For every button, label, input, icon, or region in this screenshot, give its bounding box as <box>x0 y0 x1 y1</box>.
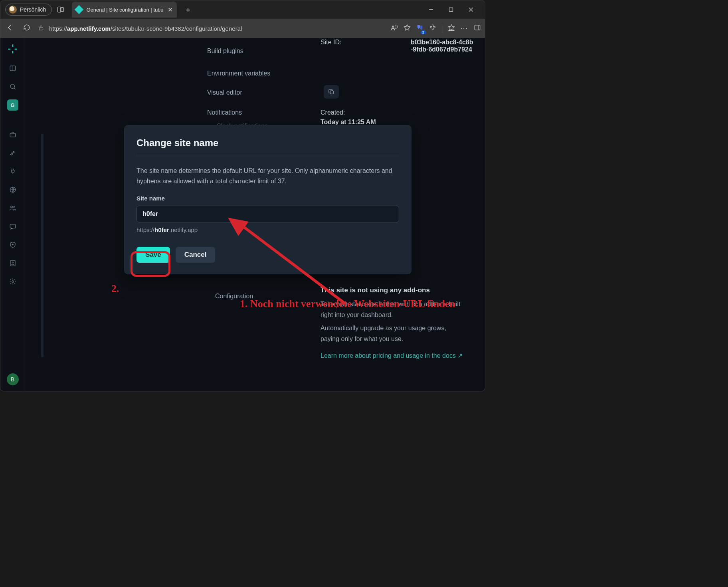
nav-visual-editor[interactable]: Visual editor <box>207 89 242 96</box>
nav-notifications[interactable]: Notifications <box>207 109 242 116</box>
browser-window: Persönlich General | Site configuration … <box>0 0 485 391</box>
url-text: https://app.netlify.com/sites/tubular-sc… <box>49 25 242 32</box>
favorites-bar-icon[interactable] <box>448 24 455 33</box>
addons-docs-link[interactable]: Learn more about pricing and usage in th… <box>320 352 463 359</box>
addons-card: This site is not using any add-ons Take … <box>320 285 465 361</box>
minimize-button[interactable] <box>422 2 440 17</box>
site-name-label: Site name <box>136 195 399 202</box>
save-button[interactable]: Save <box>136 247 170 263</box>
shield-icon[interactable] <box>7 239 18 250</box>
back-button[interactable] <box>4 24 16 33</box>
sidebar-footer: B <box>7 373 19 385</box>
url-display[interactable]: https://app.netlify.com/sites/tubular-sc… <box>38 25 385 32</box>
addons-line2: Automatically upgrade as your usage grow… <box>320 323 465 344</box>
workspaces-icon[interactable] <box>57 6 65 14</box>
address-bar: https://app.netlify.com/sites/tubular-sc… <box>0 19 485 38</box>
created-block: Created: Today at 11:25 AM <box>320 109 376 126</box>
app-sidebar: G <box>0 38 25 391</box>
active-tab[interactable]: General | Site configuration | tubu ✕ <box>72 2 176 18</box>
profile-avatar-icon <box>9 6 17 14</box>
address-actions: A)) ··· <box>391 24 481 33</box>
profile-tab[interactable]: Persönlich <box>5 4 52 16</box>
new-tab-button[interactable]: ＋ <box>184 4 192 15</box>
gear-icon[interactable] <box>7 276 18 287</box>
created-label: Created: <box>320 109 376 116</box>
svg-rect-18 <box>10 133 16 137</box>
site-id-label: Site ID: <box>320 39 341 46</box>
menu-icon[interactable]: ··· <box>461 25 468 32</box>
site-badge[interactable]: G <box>7 99 18 111</box>
site-id-block: Site ID: <box>320 39 341 46</box>
svg-rect-28 <box>330 91 333 94</box>
svg-point-26 <box>12 262 13 263</box>
globe-icon[interactable] <box>7 184 18 195</box>
titlebar: Persönlich General | Site configuration … <box>0 0 485 19</box>
netlify-favicon-icon <box>75 5 84 14</box>
favorite-icon[interactable] <box>404 24 411 33</box>
scrollbar[interactable] <box>41 134 44 357</box>
url-preview: https://h0fer.netlify.app <box>136 226 399 233</box>
url-prefix: https:// <box>49 25 67 32</box>
active-tab-title: General | Site configuration | tubu <box>86 7 163 13</box>
change-site-name-modal: Change site name The site name determine… <box>124 125 411 274</box>
plug-icon[interactable] <box>7 166 18 177</box>
url-path: /sites/tubular-scone-9b4382/configuratio… <box>111 25 242 32</box>
extension-icon[interactable] <box>416 24 423 33</box>
svg-rect-3 <box>449 8 453 12</box>
preview-slug: h0fer <box>154 226 169 233</box>
modal-title: Change site name <box>136 137 399 156</box>
svg-point-27 <box>12 281 14 283</box>
cancel-button[interactable]: Cancel <box>176 247 216 263</box>
page-body: Build plugins Environment variables Visu… <box>25 38 485 391</box>
sidebar-toggle-icon[interactable] <box>474 24 481 33</box>
svg-rect-22 <box>10 224 16 228</box>
nav-build-plugins[interactable]: Build plugins <box>207 48 243 55</box>
lock-icon <box>38 25 44 32</box>
separator <box>442 24 442 33</box>
panel-icon[interactable] <box>7 63 18 74</box>
modal-description: The site name determines the default URL… <box>136 166 399 186</box>
svg-point-21 <box>13 206 15 208</box>
refresh-button[interactable] <box>21 24 32 33</box>
addons-title: This site is not using any add-ons <box>320 285 465 296</box>
modal-buttons: Save Cancel <box>136 247 399 263</box>
site-name-input[interactable] <box>136 206 399 222</box>
preview-suffix: .netlify.app <box>169 226 198 233</box>
extensions-menu-icon[interactable] <box>429 24 436 33</box>
nav-env-vars[interactable]: Environment variables <box>207 70 270 77</box>
window-controls <box>422 2 483 17</box>
wrench-icon[interactable] <box>7 147 18 159</box>
briefcase-icon[interactable] <box>7 129 18 140</box>
profile-tab-label: Persönlich <box>20 6 46 13</box>
addons-line1: Take your static site further with rich … <box>320 299 465 320</box>
maximize-button[interactable] <box>442 2 460 17</box>
book-icon[interactable] <box>7 258 18 269</box>
search-icon[interactable] <box>7 81 18 92</box>
user-avatar[interactable]: B <box>7 373 19 385</box>
copy-icon[interactable] <box>324 85 339 99</box>
nav-configuration[interactable]: Configuration <box>215 293 253 300</box>
reader-mode-icon[interactable]: A)) <box>391 24 398 32</box>
svg-point-16 <box>10 84 15 89</box>
page-content: G <box>0 38 485 391</box>
svg-line-17 <box>14 88 16 89</box>
site-id-value: b03be160-abc8-4c8b-9fdb-6d067d9b7924 <box>411 39 475 53</box>
netlify-logo-icon[interactable] <box>6 43 19 56</box>
svg-rect-8 <box>475 25 480 30</box>
annotation-step2: 2. <box>111 282 119 295</box>
close-window-button[interactable] <box>462 2 480 17</box>
svg-rect-14 <box>10 66 16 71</box>
message-icon[interactable] <box>7 221 18 232</box>
team-icon[interactable] <box>7 202 18 214</box>
svg-rect-6 <box>39 28 43 30</box>
close-tab-icon[interactable]: ✕ <box>168 6 173 14</box>
url-host: app.netlify.com <box>67 25 111 32</box>
preview-prefix: https:// <box>136 226 154 233</box>
svg-point-20 <box>10 206 12 208</box>
